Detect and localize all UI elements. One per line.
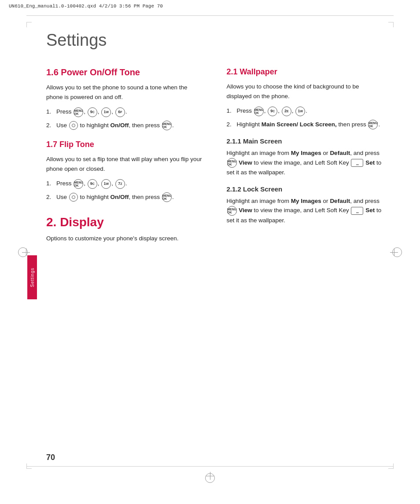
section-2-1-2-body: Highlight an image from My Images or Def… (227, 196, 385, 225)
menu-ok-icon-6: MENUOK (368, 120, 378, 129)
menu-ok-icon-8: MENUOK (227, 206, 237, 216)
sidebar-tab: Settings (27, 255, 37, 299)
key-1w-icon-3: 1W (295, 107, 305, 116)
key-9c-icon-3: 9C (268, 107, 277, 116)
section-1-6-step2: 2. Use to highlight On/Off, then press M… (46, 121, 205, 130)
section-1-7-body: Allows you to set a flip tone that will … (46, 155, 205, 173)
corner-mark-tr (388, 22, 394, 27)
sidebar-label: Settings (30, 268, 35, 287)
section-1-6-body: Allows you to set the phone to sound a t… (46, 83, 205, 102)
key-2e-icon: 2E (282, 107, 291, 116)
nav-circle-icon-2 (69, 193, 78, 202)
header-rule (26, 15, 394, 16)
section-2: 2. Display Options to customize your pho… (46, 215, 205, 243)
section-1-6: 1.6 Power On/Off Tone Allows you to set … (46, 67, 205, 130)
section-1-7-step2: 2. Use to highlight On/Off, then press M… (46, 192, 205, 202)
corner-mark-br (388, 464, 394, 469)
section-2-1-1-heading: 2.1.1 Main Screen (227, 137, 385, 145)
footer-rule (26, 466, 394, 467)
corner-mark-bl (26, 464, 32, 469)
soft-key-icon-2: ⎯ (351, 207, 363, 215)
key-7z-icon: 7Z (115, 179, 125, 189)
section-2-1-body: Allows you to choose the kind of backgro… (227, 82, 385, 101)
bottom-cross-circle (205, 473, 215, 483)
key-9c-icon-1: 9C (88, 107, 97, 117)
section-2-heading: 2. Display (46, 215, 205, 229)
section-2-1: 2.1 Wallpaper Allows you to choose the k… (227, 67, 385, 129)
section-1-7: 1.7 Flip Tone Allows you to set a flip t… (46, 140, 205, 202)
nav-circle-icon-1 (69, 121, 78, 130)
section-1-6-step1: 1. Press MENUOK, 9C, 1W, 6F. (46, 107, 205, 117)
section-1-7-heading: 1.7 Flip Tone (46, 140, 205, 149)
section-2-body: Options to customize your phone's displa… (46, 234, 205, 243)
key-1w-icon-2: 1W (101, 179, 111, 189)
right-column: 2.1 Wallpaper Allows you to choose the k… (227, 67, 385, 249)
left-column: 1.6 Power On/Off Tone Allows you to set … (46, 67, 205, 249)
menu-ok-icon-3: MENUOK (74, 179, 83, 189)
section-2-1-2-heading: 2.1.2 Lock Screen (227, 185, 385, 193)
left-cross-circle (18, 247, 28, 257)
section-1-6-heading: 1.6 Power On/Off Tone (46, 67, 205, 77)
file-header: UN610_Eng_manual1.0-100402.qxd 4/2/10 3:… (0, 0, 420, 12)
key-6f-icon-1: 6F (115, 107, 125, 117)
columns-layout: 1.6 Power On/Off Tone Allows you to set … (46, 67, 385, 249)
menu-ok-icon-4: MENUOK (162, 192, 172, 202)
key-1w-icon-1: 1W (101, 107, 111, 117)
menu-ok-icon-1: MENUOK (74, 107, 83, 117)
section-2-1-step2: 2. Highlight Main Screen/ Lock Screen, t… (227, 120, 385, 129)
soft-key-icon-1: ⎯ (351, 159, 363, 167)
section-2-1-1: 2.1.1 Main Screen Highlight an image fro… (227, 137, 385, 177)
main-content: Settings 1.6 Power On/Off Tone Allows yo… (46, 24, 385, 464)
section-2-1-heading: 2.1 Wallpaper (227, 67, 385, 77)
page-title: Settings (46, 31, 385, 50)
section-2-1-1-body: Highlight an image from My Images or Def… (227, 148, 385, 177)
key-9c-icon-2: 9C (88, 179, 97, 189)
menu-ok-icon-2: MENUOK (162, 121, 172, 130)
section-2-1-step1: 1. Press MENUOK, 9C, 2E, 1W. (227, 106, 385, 116)
right-cross-circle (392, 247, 402, 257)
corner-mark-tl (26, 22, 32, 27)
section-2-1-2: 2.1.2 Lock Screen Highlight an image fro… (227, 185, 385, 225)
menu-ok-icon-7: MENUOK (227, 158, 237, 168)
section-1-7-step1: 1. Press MENUOK, 9C, 1W, 7Z. (46, 179, 205, 188)
menu-ok-icon-5: MENUOK (254, 107, 264, 116)
